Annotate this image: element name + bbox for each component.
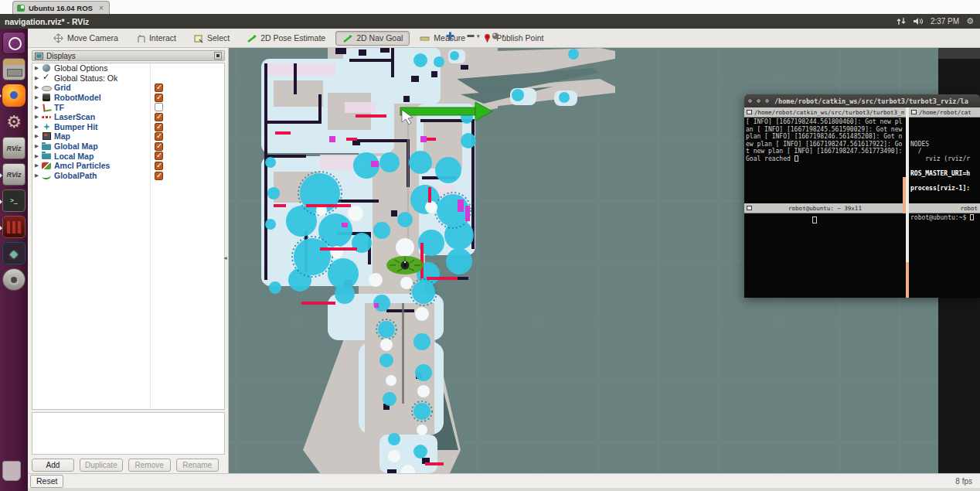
display-row[interactable]: ▶ Global Map: [32, 142, 224, 152]
toolbar-button[interactable]: 2D Pose Estimate: [240, 31, 332, 46]
trash-icon[interactable]: [2, 461, 21, 481]
display-enabled-checkbox[interactable]: [155, 123, 163, 131]
display-enabled-checkbox[interactable]: [155, 84, 163, 92]
expander-icon[interactable]: ▶: [35, 124, 42, 130]
rviz-titlebar[interactable]: navigation.rviz* - RViz 2:37 PM ⚙: [0, 14, 980, 29]
launcher-item[interactable]: [2, 58, 26, 80]
display-label: Amcl Particles: [54, 161, 110, 170]
launcher-item[interactable]: [2, 84, 26, 107]
expander-icon[interactable]: ▶: [35, 94, 42, 101]
volume-icon[interactable]: [913, 17, 924, 26]
vm-tab-strip: Ubuntu 16.04 ROS ×: [0, 0, 980, 14]
display-row[interactable]: ▶ TF: [32, 102, 224, 112]
launch-line: [910, 163, 978, 171]
display-label: RobotModel: [54, 93, 101, 102]
display-label: Map: [54, 131, 70, 141]
terminal-minimize-icon[interactable]: [756, 98, 761, 104]
display-type-icon: [42, 103, 52, 111]
pane-icon: [747, 110, 752, 114]
display-type-icon: [42, 152, 52, 160]
vm-tab[interactable]: Ubuntu 16.04 ROS ×: [12, 1, 110, 14]
display-enabled-checkbox[interactable]: [155, 172, 163, 180]
session-gear-icon[interactable]: ⚙: [966, 16, 974, 26]
terminal-pane-top-left[interactable]: /home/robot/catkin_ws/src/turbot3/turbot…: [744, 107, 906, 203]
expander-icon[interactable]: ▶: [35, 153, 42, 159]
display-row[interactable]: ▶ Amcl Particles: [32, 161, 224, 171]
scrollbar-thumb[interactable]: [903, 177, 906, 213]
scrollbar-thumb[interactable]: [906, 262, 909, 298]
vm-tab-close-icon[interactable]: ×: [99, 4, 104, 12]
launcher-item[interactable]: [2, 268, 26, 291]
network-icon[interactable]: [897, 17, 906, 26]
terminal-maximize-icon[interactable]: [764, 98, 770, 104]
expander-icon[interactable]: ▶: [35, 65, 42, 71]
launcher-item[interactable]: [2, 111, 26, 133]
display-enabled-checkbox[interactable]: [155, 103, 163, 111]
clock[interactable]: 2:37 PM: [931, 17, 959, 26]
expander-icon[interactable]: ▶: [35, 133, 42, 139]
displays-panel-header[interactable]: Displays: [32, 50, 225, 61]
display-enabled-checkbox[interactable]: [155, 113, 163, 121]
display-row[interactable]: ▶ Global Options: [32, 63, 224, 73]
vm-tab-title: Ubuntu 16.04 ROS: [29, 4, 93, 12]
launcher-item[interactable]: >_: [2, 189, 26, 212]
display-row[interactable]: ▶ Bumper Hit: [32, 122, 224, 132]
display-enabled-checkbox[interactable]: [155, 162, 163, 170]
toolbar-extra: ▾ ▾: [445, 31, 505, 41]
display-type-icon: [42, 113, 52, 121]
toolbar-button-label: Select: [207, 33, 230, 43]
expander-icon[interactable]: ▶: [35, 172, 42, 179]
launcher-item[interactable]: [2, 216, 26, 238]
display-enabled-checkbox[interactable]: [155, 142, 163, 151]
expander-icon[interactable]: ▶: [35, 162, 42, 169]
terminal-pane-bottom-left[interactable]: robot@ubuntu: ~ 39x11: [744, 203, 906, 298]
terminal-close-icon[interactable]: [747, 98, 753, 104]
pane-icon: [911, 110, 917, 114]
toolbar-button[interactable]: Move Camera: [46, 31, 125, 46]
toolbar-button[interactable]: Interact: [128, 31, 183, 46]
launcher-item[interactable]: [2, 32, 26, 54]
terminal-cursor: [970, 214, 974, 220]
terminal-window[interactable]: /home/robot/catkin_ws/src/turbot3/turbot…: [744, 94, 980, 298]
add-tool-icon[interactable]: [445, 31, 455, 41]
launcher-item[interactable]: RViz: [2, 137, 26, 159]
display-type-icon: [42, 73, 52, 82]
expander-icon[interactable]: ▶: [35, 75, 42, 81]
displays-action-button[interactable]: Duplicate: [80, 459, 123, 472]
expander-icon[interactable]: ▶: [35, 143, 42, 149]
panel-splitter-handle[interactable]: ◄: [223, 255, 228, 261]
expander-icon[interactable]: ▶: [35, 114, 42, 120]
displays-action-button[interactable]: Remove: [128, 459, 171, 472]
roslaunch-output: NODES / rviz (rviz/r ROS_MASTER_URI=h pr…: [909, 118, 980, 203]
display-row[interactable]: ▶ Global Status: Ok: [32, 73, 224, 84]
remove-tool-icon[interactable]: ▾: [466, 31, 480, 41]
launcher-item[interactable]: [2, 242, 26, 264]
displays-action-button[interactable]: Rename: [176, 459, 219, 472]
display-enabled-checkbox[interactable]: [155, 132, 163, 141]
ubuntu-vm-screen: Ubuntu 16.04 ROS × navigation.rviz* - RV…: [0, 0, 980, 491]
terminal-pane-top-right[interactable]: /home/robot/cat NODES / rviz (rviz/r ROS…: [909, 107, 980, 203]
display-enabled-checkbox[interactable]: [155, 94, 163, 102]
terminal-pane-bottom-right[interactable]: robot robot@ubuntu:~$: [909, 203, 980, 298]
launcher-item[interactable]: RViz: [2, 163, 26, 186]
displays-tree-rows: ▶ Global Options ▶ Global Status: Ok ▶: [32, 63, 224, 180]
toolbar-button[interactable]: Select: [186, 31, 236, 46]
expander-icon[interactable]: ▶: [35, 104, 42, 111]
display-label: Global Options: [54, 63, 107, 73]
display-label: TF: [54, 103, 64, 112]
tool-options-icon[interactable]: ▾: [491, 31, 505, 41]
display-row[interactable]: ▶ GlobalPath: [32, 171, 224, 181]
display-row[interactable]: ▶ Map: [32, 131, 224, 142]
display-enabled-checkbox[interactable]: [155, 152, 163, 160]
display-row[interactable]: ▶ Grid: [32, 83, 224, 93]
reset-button[interactable]: Reset: [30, 475, 63, 488]
display-label: LaserScan: [54, 112, 95, 121]
toolbar-button[interactable]: 2D Nav Goal: [335, 31, 410, 46]
expander-icon[interactable]: ▶: [35, 84, 42, 90]
display-row[interactable]: ▶ RobotModel: [32, 93, 224, 103]
displays-action-button[interactable]: Add: [32, 459, 74, 472]
display-row[interactable]: ▶ Local Map: [32, 151, 224, 161]
displays-panel-close-icon[interactable]: [214, 52, 222, 60]
terminal-titlebar[interactable]: /home/robot/catkin_ws/src/turbot3/turbot…: [744, 94, 980, 107]
display-row[interactable]: ▶ LaserScan: [32, 112, 224, 122]
